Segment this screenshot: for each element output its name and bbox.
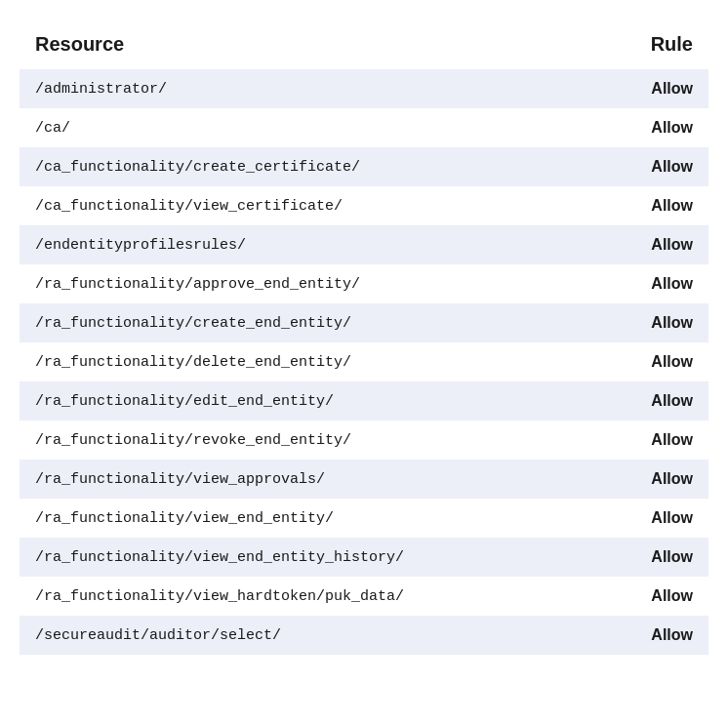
resource-cell: /ca_functionality/create_certificate/	[20, 147, 601, 186]
rule-cell: Allow	[601, 421, 708, 460]
table-row: /endentityprofilesrules/Allow	[20, 225, 708, 264]
resource-cell: /ra_functionality/view_hardtoken/puk_dat…	[20, 577, 601, 616]
rule-cell: Allow	[601, 381, 708, 421]
table-row: /ra_functionality/view_end_entity/Allow	[20, 499, 708, 538]
resource-cell: /secureaudit/auditor/select/	[20, 616, 601, 655]
resource-cell: /ra_functionality/delete_end_entity/	[20, 342, 601, 381]
resource-cell: /ca_functionality/view_certificate/	[20, 186, 601, 225]
table-row: /ra_functionality/view_approvals/Allow	[20, 460, 708, 499]
rule-column-header: Rule	[601, 20, 708, 69]
table-row: /ra_functionality/view_hardtoken/puk_dat…	[20, 577, 708, 616]
resource-cell: /ra_functionality/revoke_end_entity/	[20, 421, 601, 460]
table-row: /ra_functionality/revoke_end_entity/Allo…	[20, 421, 708, 460]
resource-cell: /endentityprofilesrules/	[20, 225, 601, 264]
rule-cell: Allow	[601, 538, 708, 577]
resource-rule-table: Resource Rule /administrator/Allow/ca/Al…	[20, 20, 708, 655]
rule-cell: Allow	[601, 577, 708, 616]
table-row: /ra_functionality/approve_end_entity/All…	[20, 264, 708, 303]
rule-cell: Allow	[601, 186, 708, 225]
rule-cell: Allow	[601, 303, 708, 342]
rule-cell: Allow	[601, 616, 708, 655]
rule-cell: Allow	[601, 108, 708, 147]
resource-cell: /administrator/	[20, 69, 601, 108]
resource-cell: /ra_functionality/approve_end_entity/	[20, 264, 601, 303]
table-row: /secureaudit/auditor/select/Allow	[20, 616, 708, 655]
rule-cell: Allow	[601, 69, 708, 108]
rule-cell: Allow	[601, 147, 708, 186]
table-row: /ra_functionality/delete_end_entity/Allo…	[20, 342, 708, 381]
resource-cell: /ra_functionality/view_end_entity/	[20, 499, 601, 538]
rule-cell: Allow	[601, 264, 708, 303]
rule-cell: Allow	[601, 342, 708, 381]
rule-cell: Allow	[601, 460, 708, 499]
table-row: /ca_functionality/create_certificate/All…	[20, 147, 708, 186]
table-row: /ra_functionality/view_end_entity_histor…	[20, 538, 708, 577]
resource-cell: /ra_functionality/view_approvals/	[20, 460, 601, 499]
resource-cell: /ra_functionality/view_end_entity_histor…	[20, 538, 601, 577]
resource-cell: /ra_functionality/edit_end_entity/	[20, 381, 601, 421]
resource-cell: /ca/	[20, 108, 601, 147]
table-row: /administrator/Allow	[20, 69, 708, 108]
rule-cell: Allow	[601, 225, 708, 264]
resource-column-header: Resource	[20, 20, 601, 69]
table-row: /ra_functionality/edit_end_entity/Allow	[20, 381, 708, 421]
table-row: /ca/Allow	[20, 108, 708, 147]
table-row: /ra_functionality/create_end_entity/Allo…	[20, 303, 708, 342]
rule-cell: Allow	[601, 499, 708, 538]
table-row: /ca_functionality/view_certificate/Allow	[20, 186, 708, 225]
resource-cell: /ra_functionality/create_end_entity/	[20, 303, 601, 342]
